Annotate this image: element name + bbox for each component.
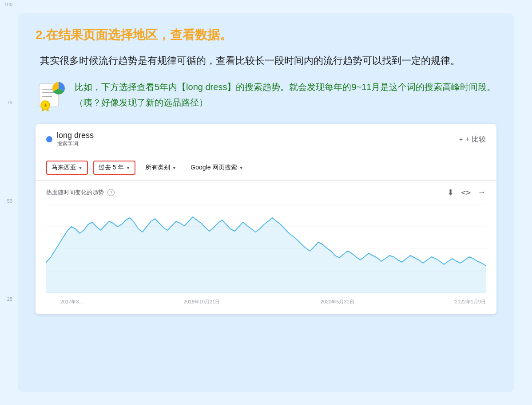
period-filter[interactable]: 过去 5 年 ▼ <box>93 161 135 175</box>
page-container: 2.在结果页面选择地区，查看数据。 其实很多时候流行趋势是有规律可循的，查看比较… <box>18 13 514 392</box>
intro-text: 其实很多时候流行趋势是有规律可循的，查看比较长一段时间内的流行趋势可以找到一定的… <box>36 52 496 69</box>
compare-label: + 比较 <box>465 135 486 144</box>
highlight-text: 比如，下方选择查看5年内【long dress】的搜索趋势。就会发现每年的9~1… <box>75 79 496 110</box>
illustration-icon: ★ <box>36 79 67 111</box>
keyword-sub: 搜索字词 <box>57 140 94 148</box>
trends-card: long dress 搜索字词 + + 比较 马来西亚 ▼ 过去 5 年 ▼ 所… <box>36 124 496 314</box>
trends-keyword: long dress 搜索字词 <box>46 131 94 148</box>
svg-text:★: ★ <box>44 103 48 108</box>
region-filter[interactable]: 马来西亚 ▼ <box>46 161 88 175</box>
x-label-1: 2017年3... <box>60 299 83 305</box>
info-icon[interactable]: ? <box>107 189 115 196</box>
highlight-box: ★ 比如，下方选择查看5年内【long dress】的搜索趋势。就会发现每年的9… <box>36 79 496 111</box>
keyword-dot <box>46 136 52 142</box>
region-chevron: ▼ <box>78 165 83 170</box>
trends-chart-area: 热度随时间变化的趋势 ? ⬇ <> ← 100 75 50 25 <box>36 181 496 314</box>
chart-svg-wrapper: 2017年3... 2018年10月21日 2020年5月31日 2022年1月… <box>46 204 486 305</box>
section-title: 2.在结果页面选择地区，查看数据。 <box>36 27 496 43</box>
trend-chart-svg <box>46 204 486 293</box>
chart-title-text: 热度随时间变化的趋势 <box>46 189 104 197</box>
period-chevron: ▼ <box>126 165 130 170</box>
compare-button[interactable]: + + 比较 <box>459 135 486 144</box>
share-icon[interactable]: ← <box>478 188 486 197</box>
category-filter[interactable]: 所有类别 ▼ <box>141 161 181 174</box>
period-label: 过去 5 年 <box>99 164 124 172</box>
code-icon[interactable]: <> <box>461 188 471 197</box>
chart-title-row: 热度随时间变化的趋势 ? ⬇ <> ← <box>46 188 486 197</box>
chart-container: 100 75 50 25 <box>46 204 486 305</box>
keyword-name: long dress <box>57 131 94 140</box>
region-label: 马来西亚 <box>52 164 76 172</box>
category-label: 所有类别 <box>145 164 170 172</box>
category-chevron: ▼ <box>172 165 176 170</box>
x-label-3: 2020年5月31日 <box>321 299 354 305</box>
trends-filters: 马来西亚 ▼ 过去 5 年 ▼ 所有类别 ▼ Google 网页搜索 ▼ <box>36 155 496 181</box>
trends-header: long dress 搜索字词 + + 比较 <box>36 124 496 155</box>
x-axis: 2017年3... 2018年10月21日 2020年5月31日 2022年1月… <box>46 297 486 305</box>
download-icon[interactable]: ⬇ <box>447 188 454 197</box>
search-type-filter[interactable]: Google 网页搜索 ▼ <box>186 161 248 174</box>
x-label-2: 2018年10月21日 <box>183 299 220 305</box>
search-type-label: Google 网页搜索 <box>191 164 237 172</box>
x-label-4: 2022年1月9日 <box>455 299 486 305</box>
search-chevron: ▼ <box>239 165 243 170</box>
chart-actions: ⬇ <> ← <box>447 188 486 197</box>
plus-icon: + <box>459 136 463 143</box>
